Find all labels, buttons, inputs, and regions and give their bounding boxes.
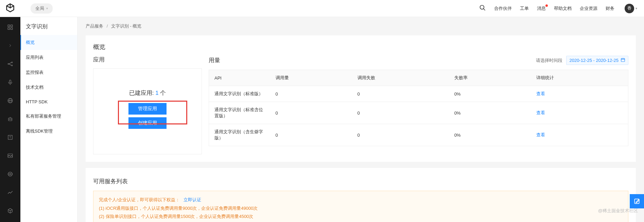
auth-banner: 完成个人/企业认证，即可获得以下权益： 立即认证 (1) iOCR通用版接口，个… <box>93 191 628 222</box>
th-fails: 调用失败 <box>352 70 449 86</box>
rail-chevron-right-icon[interactable] <box>6 41 14 50</box>
svg-rect-2 <box>8 25 10 27</box>
rail-graph-icon[interactable] <box>6 188 14 197</box>
svg-point-23 <box>8 172 12 176</box>
svg-line-10 <box>9 64 12 66</box>
rail-globe-icon[interactable] <box>6 97 14 105</box>
nav-ticket[interactable]: 工单 <box>520 5 529 12</box>
sidebar-item-overview[interactable]: 概览 <box>20 35 77 50</box>
date-picker-wrap: 请选择时间段 2020-12-25 - 2020-12-25 <box>536 56 628 65</box>
usage-section-title: 用量 <box>209 56 220 64</box>
sidebar-item-label: 私有部署服务管理 <box>26 114 61 119</box>
rail-text-icon[interactable]: T <box>6 133 14 141</box>
sidebar-item-label: 监控报表 <box>26 70 43 75</box>
app-count-number: 1 <box>155 90 158 96</box>
sidebar-item-offline-sdk[interactable]: 离线SDK管理 <box>20 124 77 139</box>
sidebar-item-label: 应用列表 <box>26 55 43 60</box>
svg-text:T: T <box>9 136 11 139</box>
sidebar-item-tech-doc[interactable]: 技术文档 <box>20 80 77 95</box>
cell-api: 通用文字识别（标准含位置版） <box>209 102 270 124</box>
svg-rect-16 <box>8 118 12 121</box>
panel-title: 概览 <box>93 43 628 51</box>
date-range-value: 2020-12-25 - 2020-12-25 <box>569 58 619 63</box>
breadcrumb-root[interactable]: 产品服务 <box>86 23 103 29</box>
sidebar-item-label: 概览 <box>26 40 35 45</box>
svg-point-8 <box>12 65 13 66</box>
auth-now-link[interactable]: 立即认证 <box>184 197 201 202</box>
sidebar: 文字识别 概览 应用列表 监控报表 技术文档 HTTP SDK 私有部署服务管理… <box>20 17 77 222</box>
sidebar-item-label: HTTP SDK <box>26 99 48 104</box>
rail-nodes-icon[interactable] <box>6 60 14 68</box>
breadcrumb-separator: / <box>107 23 108 29</box>
nav-help-doc[interactable]: 帮助文档 <box>554 5 572 12</box>
sidebar-item-monitor[interactable]: 监控报表 <box>20 65 77 80</box>
banner-text-2: (1) iOCR通用版接口，个人认证免费调用量9000次，企业认证免费调用量49… <box>99 204 623 213</box>
svg-rect-4 <box>8 28 10 30</box>
rail-mic-icon[interactable] <box>6 78 14 86</box>
svg-line-1 <box>484 9 485 11</box>
svg-point-18 <box>11 119 12 120</box>
svg-rect-31 <box>621 58 625 62</box>
th-detail: 详细统计 <box>531 70 628 86</box>
user-menu[interactable]: 香 ▾ <box>623 4 637 13</box>
chevron-down-icon: ▾ <box>636 6 637 10</box>
view-detail-link[interactable]: 查看 <box>536 110 545 115</box>
svg-line-9 <box>9 63 12 64</box>
th-calls: 调用量 <box>270 70 352 86</box>
cell-fails: 0 <box>352 86 449 102</box>
sidebar-item-private-deploy[interactable]: 私有部署服务管理 <box>20 109 77 124</box>
app-count-prefix: 已建应用: <box>129 90 155 96</box>
cell-calls: 0 <box>270 86 352 102</box>
create-app-button[interactable]: 创建应用 <box>128 117 167 129</box>
svg-point-24 <box>10 173 11 175</box>
svg-rect-3 <box>11 25 13 27</box>
svg-rect-11 <box>10 80 11 83</box>
date-picker-label: 请选择时间段 <box>536 58 562 63</box>
app-card: 已建应用: 1 个 管理应用 创建应用 <box>93 68 202 154</box>
banner-text-3: (2) 保险单识别接口，个人认证免费调用量1500次，企业认证免费调用量4500… <box>99 212 623 221</box>
cell-fail-rate: 0% <box>449 124 531 146</box>
feedback-float-button[interactable] <box>630 194 644 208</box>
table-row: 通用文字识别（标准版） 0 0 0% 查看 <box>209 86 628 102</box>
date-range-picker[interactable]: 2020-12-25 - 2020-12-25 <box>566 56 628 65</box>
rail-robot-icon[interactable] <box>6 115 14 123</box>
app-count-text: 已建应用: 1 个 <box>100 89 195 97</box>
search-icon[interactable] <box>479 4 486 12</box>
service-list-panel: 可用服务列表 完成个人/企业认证，即可获得以下权益： 立即认证 (1) iOCR… <box>86 168 636 222</box>
global-scope-selector[interactable]: 全局 ▾ <box>31 3 53 14</box>
rail-apps-icon[interactable] <box>6 23 14 31</box>
nav-message-label: 消息 <box>537 6 546 11</box>
nav-message[interactable]: 消息 <box>537 5 546 12</box>
sidebar-item-app-list[interactable]: 应用列表 <box>20 50 77 65</box>
sidebar-item-label: 技术文档 <box>26 85 43 90</box>
rail-scan-icon[interactable] <box>6 170 14 178</box>
watermark: @稀土掘金技术社区 <box>598 208 638 214</box>
nav-enterprise-res[interactable]: 企业资源 <box>580 5 597 12</box>
usage-table: API 调用量 调用失败 失败率 详细统计 通用文字识别（标准版） 0 <box>209 70 628 146</box>
cell-fails: 0 <box>352 102 449 124</box>
top-header: 全局 ▾ 合作伙伴 工单 消息 帮助文档 企业资源 财务 香 ▾ <box>0 0 644 17</box>
rail-package-icon[interactable] <box>6 207 14 215</box>
nav-partner[interactable]: 合作伙伴 <box>494 5 512 12</box>
icon-rail: T <box>0 17 20 222</box>
overview-panel: 概览 应用 已建应用: 1 个 管理应用 创建应用 <box>86 35 636 162</box>
manage-app-button[interactable]: 管理应用 <box>128 103 167 115</box>
sidebar-title: 文字识别 <box>20 17 77 35</box>
avatar: 香 <box>625 4 634 13</box>
logo[interactable] <box>0 0 20 17</box>
cell-api: 通用文字识别（含生僻字版） <box>209 124 270 146</box>
app-count-suffix: 个 <box>159 90 166 96</box>
svg-point-17 <box>9 119 10 120</box>
view-detail-link[interactable]: 查看 <box>536 91 545 96</box>
nav-finance[interactable]: 财务 <box>606 5 614 12</box>
rail-image-icon[interactable] <box>6 152 14 160</box>
view-detail-link[interactable]: 查看 <box>536 132 545 137</box>
cell-fails: 0 <box>352 124 449 146</box>
th-fail-rate: 失败率 <box>449 70 531 86</box>
chevron-down-icon: ▾ <box>46 6 48 10</box>
breadcrumb-current: 文字识别 - 概览 <box>111 23 142 29</box>
sidebar-item-http-sdk[interactable]: HTTP SDK <box>20 95 77 109</box>
svg-point-0 <box>480 5 484 10</box>
cell-fail-rate: 0% <box>449 102 531 124</box>
notification-dot-icon <box>545 4 548 7</box>
